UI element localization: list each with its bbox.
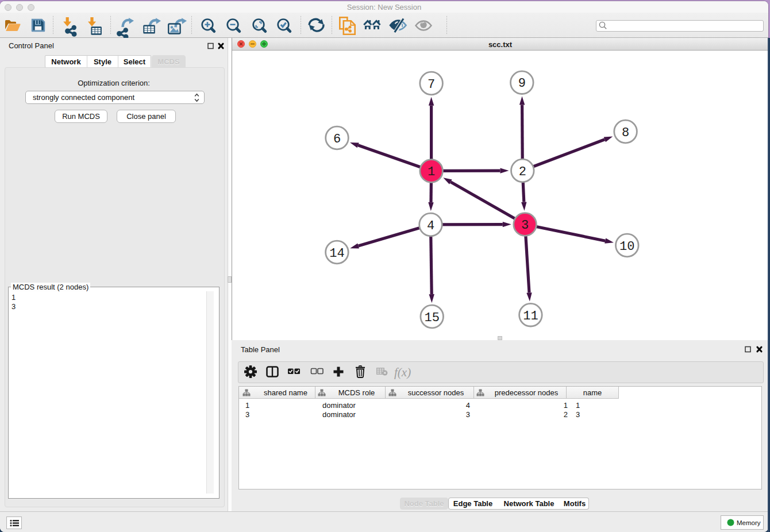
svg-text:3: 3 — [521, 218, 529, 233]
svg-text:11: 11 — [523, 309, 538, 323]
svg-text:6: 6 — [333, 132, 341, 147]
svg-text:14: 14 — [329, 246, 344, 261]
svg-text:10: 10 — [619, 240, 634, 254]
svg-text:7: 7 — [428, 78, 435, 92]
svg-text:4: 4 — [427, 219, 434, 233]
svg-text:8: 8 — [622, 126, 629, 140]
svg-text:2: 2 — [519, 165, 526, 179]
svg-text:15: 15 — [424, 311, 439, 325]
svg-text:1: 1 — [428, 165, 435, 179]
svg-text:9: 9 — [518, 76, 526, 91]
